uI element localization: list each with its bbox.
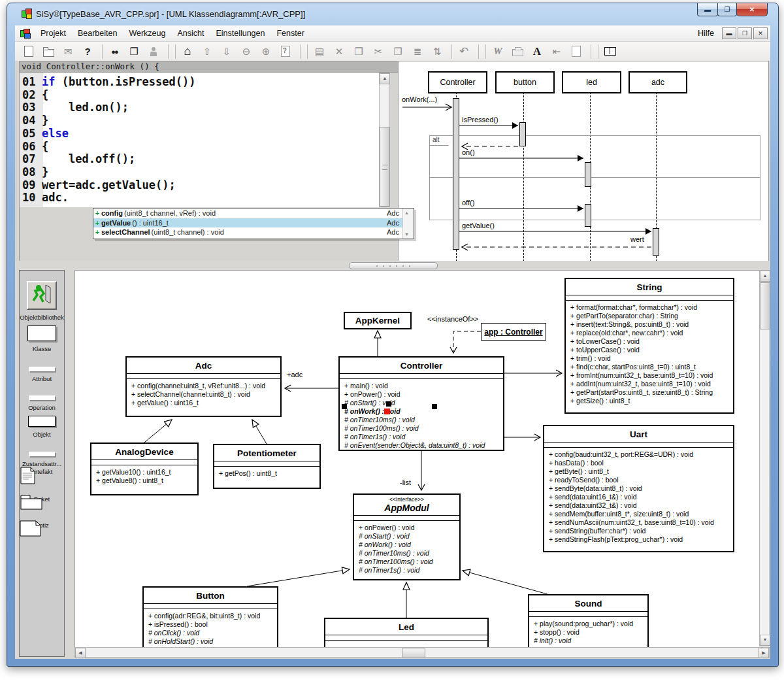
completion-item-selectchannel[interactable]: + selectChannel (uint8_t channel) : void… xyxy=(93,227,414,237)
document-help-icon[interactable]: ? xyxy=(277,44,294,59)
window-controls: ▬ ❐ ✕ xyxy=(698,3,768,16)
navigate-down-icon[interactable]: ⇩ xyxy=(218,44,235,59)
class-methods: + config(adr:REG&, bit:uint8_t) : void+ … xyxy=(144,609,277,647)
import-icon[interactable]: ⇤ xyxy=(548,44,565,59)
navigate-up-icon[interactable]: ⇧ xyxy=(199,44,216,59)
class-sound[interactable]: Sound + play(sound:prog_uchar*) : void+ … xyxy=(528,594,649,648)
class-analogdevice[interactable]: AnalogDevice + getValue10() : uint16_t+ … xyxy=(90,443,199,495)
minimize-button[interactable]: ▬ xyxy=(697,3,718,16)
palette-klasse[interactable]: Klasse xyxy=(20,326,64,352)
code-editor-pane: void Controller::onWork () { 01if (butto… xyxy=(19,61,399,262)
method-item: + toLowerCase() : void xyxy=(570,337,732,346)
palette-operation[interactable]: Operation xyxy=(20,391,64,411)
cut-icon[interactable]: ✂ xyxy=(370,44,387,59)
zoom-out-icon[interactable]: ⊖ xyxy=(238,44,255,59)
menu-ansicht[interactable]: Ansicht xyxy=(171,26,210,41)
method-item: + sendStringFlash(pText:prog_uchar*) : v… xyxy=(549,535,732,544)
mdi-restore-button[interactable]: ❐ xyxy=(738,27,752,39)
sequence-arrows xyxy=(399,61,769,261)
class-controller[interactable]: Controller + main() : void+ onPower() : … xyxy=(338,356,504,451)
scroll-left-icon[interactable]: ◀ xyxy=(75,648,86,658)
method-item: + readyToSend() : bool xyxy=(549,476,732,484)
object-app-controller[interactable]: app : Controller xyxy=(481,323,546,341)
class-diagram-canvas[interactable]: <<instanceOf>> +adc -list AppKernel app … xyxy=(74,270,770,648)
home-icon[interactable]: ⌂ xyxy=(179,44,196,59)
class-potentiometer[interactable]: Potentiometer + getPos() : uint8_t xyxy=(213,444,321,489)
maximize-button[interactable]: ❐ xyxy=(717,3,737,16)
class-led[interactable]: Led xyxy=(324,618,489,648)
search-binoculars-icon[interactable]: ●● xyxy=(106,44,123,59)
selection-handle[interactable] xyxy=(342,404,347,409)
sort-icon[interactable]: ⇅ xyxy=(429,44,446,59)
object-library-icon[interactable] xyxy=(27,281,57,310)
class-string[interactable]: String + format(format:char*, format:cha… xyxy=(564,278,734,414)
method-item: # init() : void xyxy=(534,637,646,645)
scroll-up-icon[interactable]: ▲ xyxy=(760,271,770,282)
scroll-right-icon[interactable]: ▶ xyxy=(759,648,769,658)
class-appkernel[interactable]: AppKernel xyxy=(344,312,412,329)
copy-icon[interactable]: ❐ xyxy=(350,44,367,59)
window-restore-icon[interactable]: ❐ xyxy=(125,44,142,59)
class-adc[interactable]: Adc + config(channel:uint8_t, vRef:unit8… xyxy=(125,356,282,417)
selection-handle[interactable] xyxy=(386,401,391,407)
paste-icon[interactable]: ❒ xyxy=(389,44,406,59)
palette-objektbibliothek[interactable]: Objektbibliothek xyxy=(20,281,64,321)
title-bar[interactable]: SiSy®[TypeBase_AVR_CPP.spr] - [UML Klass… xyxy=(7,3,778,25)
sequence-diagram-pane[interactable]: Controller button led adc alt onWork(...… xyxy=(398,61,769,262)
canvas-horizontal-scrollbar[interactable]: ◀ ▶ xyxy=(74,647,770,658)
scroll-down-icon[interactable]: ▼ xyxy=(404,232,409,237)
canvas-vertical-scrollbar[interactable]: ▲ ▼ xyxy=(759,270,770,646)
menu-werkzeug[interactable]: Werkzeug xyxy=(123,26,171,41)
open-folder-icon[interactable] xyxy=(40,44,57,59)
zoom-in-icon[interactable]: ⊕ xyxy=(257,44,274,59)
mdi-minimize-button[interactable]: ▬ xyxy=(722,27,736,39)
export-page-icon[interactable] xyxy=(568,44,585,59)
popup-scrollbar[interactable]: ▲ ▼ xyxy=(402,209,414,239)
code-editor[interactable]: 01if (button.isPressed())02{03 led.on();… xyxy=(20,73,379,207)
editor-vertical-scrollbar[interactable]: ▲ xyxy=(379,73,389,207)
scroll-down-icon[interactable]: ▼ xyxy=(760,635,770,646)
completion-item-getvalue[interactable]: + getValue () : uint16_t Adc xyxy=(93,218,414,228)
mail-icon[interactable]: ✉ xyxy=(59,44,76,59)
properties-icon[interactable]: ▤ xyxy=(311,44,328,59)
manual-book-icon[interactable] xyxy=(602,44,619,59)
palette-notiz[interactable]: Notiz xyxy=(20,520,64,529)
list-icon[interactable]: ≣ xyxy=(409,44,426,59)
palette-zustandsattribut[interactable]: Zustandsattr... xyxy=(20,447,64,467)
canvas-vscroll-thumb[interactable] xyxy=(760,282,770,329)
completion-item-config[interactable]: + config (uint8_t channel, vRef) : void … xyxy=(93,209,414,218)
attribute-compartment xyxy=(214,461,319,467)
selection-handle-active[interactable] xyxy=(384,409,390,414)
menu-einstellungen[interactable]: Einstellungen xyxy=(210,26,270,41)
undo-icon[interactable]: ↶ xyxy=(455,44,472,59)
scroll-up-icon[interactable]: ▲ xyxy=(404,210,409,215)
person-icon[interactable] xyxy=(145,44,162,59)
scroll-up-icon[interactable]: ▲ xyxy=(380,73,390,84)
close-button[interactable]: ✕ xyxy=(736,3,768,16)
new-document-icon[interactable] xyxy=(20,44,37,59)
palette-paket[interactable]: Paket xyxy=(20,494,64,503)
class-button[interactable]: Button + config(adr:REG&, bit:uint8_t) :… xyxy=(142,586,278,648)
font-icon[interactable]: A xyxy=(529,44,546,59)
print-icon[interactable] xyxy=(509,44,526,59)
palette-objekt[interactable]: Objekt xyxy=(20,416,64,438)
class-uart[interactable]: Uart + config(baud:uint32_t, port:REG&=U… xyxy=(543,425,734,552)
editor-vscroll-thumb[interactable] xyxy=(380,127,390,207)
horizontal-splitter[interactable] xyxy=(15,261,770,270)
menu-fenster[interactable]: Fenster xyxy=(270,26,310,41)
mdi-close-button[interactable]: ✕ xyxy=(753,27,768,39)
class-appmodul[interactable]: <<Interface>> AppModul + onPower() : voi… xyxy=(353,493,461,580)
menu-bearbeiten[interactable]: Bearbeiten xyxy=(72,26,123,41)
splitter-grip[interactable] xyxy=(349,262,438,269)
canvas-hscroll-thumb[interactable] xyxy=(402,648,425,658)
selection-handle[interactable] xyxy=(432,404,437,409)
help-icon[interactable]: ? xyxy=(79,44,96,59)
code-line: 09wert=adc.getValue(); xyxy=(20,178,379,192)
menu-hilfe[interactable]: Hilfe xyxy=(691,26,721,41)
palette-artefakt[interactable]: Artefakt xyxy=(20,467,64,475)
method-item: + stopp() : void xyxy=(534,628,646,637)
palette-attribut[interactable]: Attribut xyxy=(20,362,64,382)
word-export-icon[interactable]: W xyxy=(489,44,506,59)
delete-icon[interactable]: ✕ xyxy=(331,44,348,59)
menu-projekt[interactable]: Projekt xyxy=(35,26,72,41)
